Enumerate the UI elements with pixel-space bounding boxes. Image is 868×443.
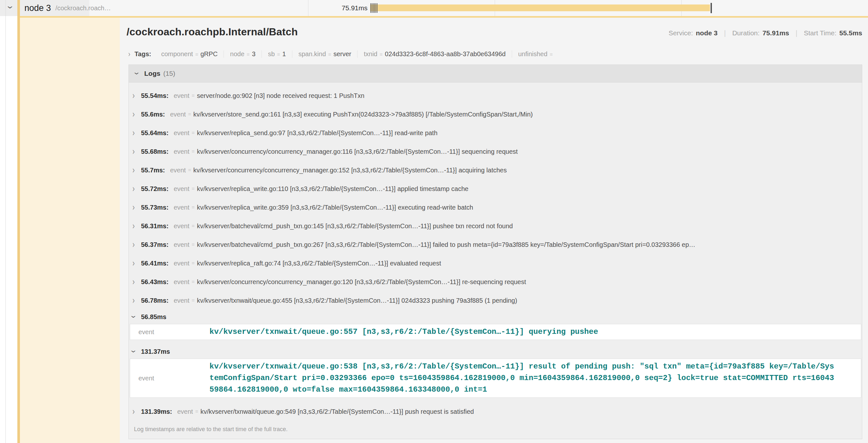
log-row[interactable]: ›55.7ms:event=kv/kvserver/concurrency/co… [129,161,862,179]
tag-value: 024d3323-6c8f-4863-aa8b-37ab0e63496d [385,50,506,58]
log-marker-tick-end [711,3,712,13]
equals-sign: = [188,167,191,173]
log-row[interactable]: ›55.72ms:event=kv/kvserver/replica_write… [129,179,862,198]
log-field-key: event [174,297,189,304]
chevron-down-icon: › [129,315,138,319]
tag-item: node=3 [224,50,261,58]
span-duration-label: 75.91ms [315,0,368,16]
service-label: Service: [669,29,693,37]
tag-item: sb=1 [261,50,292,58]
span-meta: Service:node 3 | Duration:75.91ms | Star… [669,29,862,37]
log-row[interactable]: ›55.64ms:event=kv/kvserver/replica_send.… [129,124,862,142]
chevron-right-icon: › [131,240,136,249]
equals-sign: = [192,242,195,247]
log-message: kv/kvserver/replica_write.go:359 [n3,s3,… [197,204,473,211]
log-field-key: event [174,185,189,193]
tag-item: component=gRPC [155,50,224,58]
span-operation-title: /cockroach.roachpb.Internal/Batch [127,26,298,38]
equals-sign: = [192,204,195,210]
log-timestamp: 56.78ms: [141,297,169,304]
log-field-key: event [174,204,189,211]
equals-sign: = [192,260,195,266]
service-value: node 3 [696,29,718,37]
log-fields-card: eventkv/kvserver/txnwait/queue.go:538 [n… [130,359,861,398]
log-row[interactable]: ›55.73ms:event=kv/kvserver/replica_write… [129,198,862,217]
duration-label: Duration: [732,29,760,37]
tag-item: span.kind=server [292,50,358,58]
log-field-key: event [174,129,189,137]
left-margin [0,16,17,443]
log-message: kv/kvserver/concurrency/concurrency_mana… [197,278,526,286]
chevron-down-icon: › [132,71,142,76]
tag-item: txnid=024d3323-6c8f-4863-aa8b-37ab0e6349… [357,50,512,58]
chevron-right-icon: › [131,277,136,287]
log-timestamp: 55.6ms: [141,111,165,118]
log-message: kv/kvserver/replica_send.go:97 [n3,s3,r6… [197,129,437,137]
log-row[interactable]: ›56.43ms:event=kv/kvserver/concurrency/c… [129,273,862,291]
log-marker-tick [373,3,374,13]
log-row[interactable]: ›56.37ms:event=kv/kvserver/batcheval/cmd… [129,235,862,254]
chevron-right-icon: › [131,165,136,175]
log-message: kv/kvserver/concurrency/concurrency_mana… [193,167,507,174]
log-row[interactable]: ›55.54ms:event=server/node.go:902 [n3] n… [129,87,862,105]
log-field-key: event [174,223,189,230]
log-marker-tick [375,3,376,13]
log-field-key: event [174,278,189,286]
trace-timeline-row: › node 3 /cockroach.roach… 75.91ms [0,0,868,16]
log-row[interactable]: ›56.41ms:event=kv/kvserver/replica_raft.… [129,254,862,273]
equals-sign: = [192,130,195,136]
log-field-key: event [174,241,189,248]
log-row[interactable]: ›131.39ms:event=kv/kvserver/txnwait/queu… [129,402,862,421]
tag-key: span.kind [299,50,326,58]
equals-sign: = [192,279,195,285]
tag-key: sb [268,50,275,58]
log-timestamp: 56.43ms: [141,278,169,286]
log-message: kv/kvserver/txnwait/queue.go:549 [n3,s3,… [200,408,474,415]
log-marker-tick [377,3,377,13]
log-field-key: event [170,111,186,118]
logs-footer-note: Log timestamps are relative to the start… [134,426,862,433]
log-timestamp: 55.7ms: [141,167,165,174]
tags-label: Tags: [134,50,151,58]
log-row[interactable]: ›55.68ms:event=kv/kvserver/concurrency/c… [129,142,862,161]
tags-accordion[interactable]: › Tags: component=gRPCnode=3sb=1span.kin… [128,50,561,58]
equals-sign: = [192,186,195,192]
log-message: kv/kvserver/store_send.go:161 [n3,s3] ex… [193,111,533,118]
log-timestamp: 55.73ms: [141,204,169,211]
logs-accordion: › Logs (15) ›55.54ms:event=server/node.g… [128,65,862,439]
log-marker-tick [370,3,371,13]
log-fields-card: eventkv/kvserver/txnwait/queue.go:557 [n… [130,324,861,340]
detail-title-row: /cockroach.roachpb.Internal/Batch Servic… [127,26,862,38]
chevron-right-icon: › [131,109,136,119]
equals-sign: = [192,223,195,229]
log-row[interactable]: ›55.6ms:event=kv/kvserver/store_send.go:… [129,105,862,124]
equals-sign: = [195,52,198,57]
log-message: kv/kvserver/replica_write.go:110 [n3,s3,… [197,185,468,193]
span-name-cell[interactable]: node 3 /cockroach.roach… [24,0,111,16]
log-timestamp: 131.39ms: [141,408,172,415]
logs-header[interactable]: › Logs (15) [129,65,862,82]
equals-sign: = [192,298,195,303]
log-field-key: event [138,375,210,382]
chevron-right-icon: › [131,184,136,194]
log-message: kv/kvserver/txnwait/queue.go:455 [n3,s3,… [197,297,517,304]
tag-key: txnid [364,50,377,58]
log-row-expanded-header[interactable]: ›131.37ms [129,344,862,359]
log-row[interactable]: ›56.31ms:event=kv/kvserver/batcheval/cmd… [129,217,862,235]
tag-value: 3 [252,50,255,58]
log-message: server/node.go:902 [n3] node received re… [197,92,364,100]
tag-item: unfinished= [512,50,561,58]
logs-title: Logs [144,70,160,77]
log-field-value: kv/kvserver/txnwait/queue.go:538 [n3,s3,… [210,361,835,396]
log-row-expanded-header[interactable]: ›56.85ms [129,310,862,324]
tag-key: node [230,50,245,58]
log-timestamp: 55.64ms: [141,129,169,137]
tree-indent-divider [5,0,6,443]
tags-list: component=gRPCnode=3sb=1span.kind=server… [155,50,561,58]
log-timestamp: 55.72ms: [141,185,169,193]
log-row[interactable]: ›56.78ms:event=kv/kvserver/txnwait/queue… [129,291,862,310]
span-duration-bar[interactable] [370,4,710,11]
collapse-span-children-icon[interactable]: › [5,6,16,9]
tag-key: unfinished [518,50,548,58]
chevron-right-icon: › [131,296,136,305]
